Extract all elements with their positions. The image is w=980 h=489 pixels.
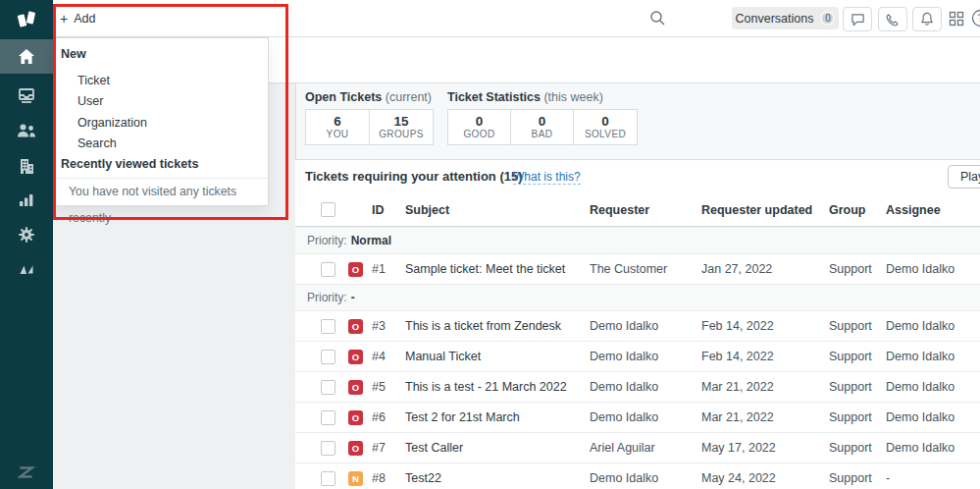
column-group[interactable]: Group (829, 203, 886, 217)
ticket-statistics-stats: 0 GOOD 0 BAD 0 SOLVED (448, 109, 638, 145)
add-button[interactable]: + Add (60, 0, 95, 36)
column-assignee[interactable]: Assignee (886, 203, 980, 217)
stat-bad-value: 0 (539, 114, 546, 129)
menu-item-ticket[interactable]: Ticket (54, 71, 268, 91)
ticket-id[interactable]: #7 (372, 441, 405, 455)
nav-organizations[interactable] (0, 148, 53, 183)
nav-customers[interactable] (0, 113, 53, 147)
status-cell: O (348, 262, 372, 277)
column-subject[interactable]: Subject (405, 203, 590, 217)
nav-views[interactable] (0, 79, 53, 113)
notifications-button[interactable] (912, 7, 942, 31)
menu-section-recent: Recently viewed tickets (54, 154, 268, 175)
conversations-button[interactable]: Conversations 0 (732, 7, 839, 29)
row-checkbox-cell (321, 262, 348, 277)
nav-admin[interactable] (0, 217, 53, 251)
row-checkbox[interactable] (321, 350, 335, 364)
select-all-checkbox[interactable] (321, 202, 335, 217)
ticket-id[interactable]: #4 (372, 350, 405, 363)
column-id[interactable]: ID (372, 203, 405, 217)
ticket-statistics-title-text: Ticket Statistics (447, 90, 541, 104)
chat-button[interactable] (843, 7, 872, 31)
ticket-subject[interactable]: Test22 (405, 471, 590, 485)
menu-item-search[interactable]: Search (54, 134, 268, 154)
stat-bad[interactable]: 0 BAD (510, 109, 574, 145)
table-row[interactable]: O#3This is a ticket from ZendeskDemo Ida… (295, 310, 980, 341)
table-row[interactable]: O#4Manual TicketDemo IdalkoFeb 14, 2022S… (295, 341, 980, 371)
table-row[interactable]: O#1Sample ticket: Meet the ticketThe Cus… (295, 253, 980, 284)
what-is-this-link[interactable]: What is this? (513, 170, 581, 185)
priority-group-row: Priority:- (295, 284, 980, 310)
conversations-label: Conversations (736, 12, 814, 26)
row-checkbox[interactable] (321, 380, 335, 395)
status-cell: O (348, 319, 372, 334)
row-checkbox[interactable] (321, 441, 335, 456)
nav-products[interactable] (0, 251, 53, 286)
ticket-subject[interactable]: Test Caller (405, 441, 590, 455)
menu-item-organization[interactable]: Organization (54, 113, 268, 134)
ticket-group: Support (829, 350, 886, 363)
product-logo-icon[interactable] (0, 5, 53, 34)
search-icon[interactable] (649, 10, 666, 27)
help-icon[interactable]: ? (971, 9, 980, 27)
table-row[interactable]: O#7Test CallerAriel AguilarMay 17, 2022S… (295, 432, 980, 462)
row-checkbox[interactable] (321, 319, 335, 334)
ticket-group: Support (829, 262, 886, 276)
bell-icon (920, 12, 934, 27)
menu-item-user[interactable]: User (54, 91, 268, 112)
stat-you[interactable]: 6 YOU (305, 109, 370, 145)
ticket-assignee: Demo Idalko (886, 319, 980, 333)
stat-good[interactable]: 0 GOOD (447, 109, 511, 145)
ticket-id[interactable]: #6 (372, 410, 405, 424)
nav-reporting[interactable] (0, 183, 53, 217)
stat-bad-label: BAD (532, 129, 553, 140)
ticket-subject[interactable]: Test 2 for 21st March (405, 410, 590, 424)
status-cell: N (348, 471, 372, 486)
stat-solved[interactable]: 0 SOLVED (573, 109, 638, 145)
status-cell: O (348, 380, 372, 395)
priority-label: Priority: (307, 234, 347, 247)
stat-groups[interactable]: 15 GROUPS (369, 109, 434, 145)
row-checkbox-cell (321, 441, 348, 456)
ticket-subject[interactable]: Sample ticket: Meet the ticket (405, 262, 590, 276)
ticket-requester: Ariel Aguilar (590, 441, 701, 455)
ticket-id[interactable]: #1 (372, 262, 405, 276)
priority-group-row: Priority:Normal (295, 227, 980, 253)
ticket-subject[interactable]: Manual Ticket (405, 350, 590, 363)
gear-icon (18, 226, 35, 244)
ticket-requester-updated: May 24, 2022 (701, 471, 829, 485)
organizations-icon (19, 158, 35, 174)
phone-button[interactable] (878, 7, 907, 31)
stat-good-label: GOOD (463, 129, 494, 140)
stat-solved-label: SOLVED (585, 129, 626, 140)
ticket-subject[interactable]: This is a test - 21 March 2022 (405, 380, 590, 394)
stat-you-label: YOU (327, 129, 349, 140)
table-row[interactable]: O#6Test 2 for 21st MarchDemo IdalkoMar 2… (295, 402, 980, 432)
ticket-id[interactable]: #5 (372, 380, 405, 394)
table-row[interactable]: N#8Test22Demo IdalkoMay 24, 2022Support- (295, 462, 980, 489)
ticket-subject[interactable]: This is a ticket from Zendesk (405, 319, 590, 333)
status-badge: O (348, 319, 363, 334)
column-requester[interactable]: Requester (590, 203, 701, 217)
sidebar (0, 0, 53, 489)
column-requester-updated[interactable]: Requester updated (701, 203, 829, 217)
product-logo-glyph (15, 9, 38, 30)
ticket-assignee: Demo Idalko (886, 441, 980, 455)
ticket-requester: Demo Idalko (590, 319, 701, 333)
apps-grid-icon[interactable] (949, 11, 964, 27)
ticket-statistics-subtitle: (this week) (543, 90, 602, 104)
row-checkbox[interactable] (321, 410, 335, 425)
tickets-section: Tickets requiring your attention (15) Wh… (295, 159, 980, 489)
zendesk-logo-glyph (18, 464, 35, 480)
stat-solved-value: 0 (601, 114, 609, 129)
row-checkbox[interactable] (321, 471, 335, 486)
ticket-group: Support (829, 410, 886, 424)
ticket-id[interactable]: #8 (372, 471, 405, 485)
nav-home[interactable] (0, 39, 53, 74)
play-button[interactable]: Play (948, 165, 980, 189)
table-row[interactable]: O#5This is a test - 21 March 2022Demo Id… (295, 371, 980, 402)
table-header-row: ID Subject Requester Requester updated G… (295, 193, 980, 227)
app-window: Conversations 0 ? (0, 0, 980, 489)
ticket-id[interactable]: #3 (372, 319, 405, 333)
row-checkbox[interactable] (321, 262, 335, 277)
